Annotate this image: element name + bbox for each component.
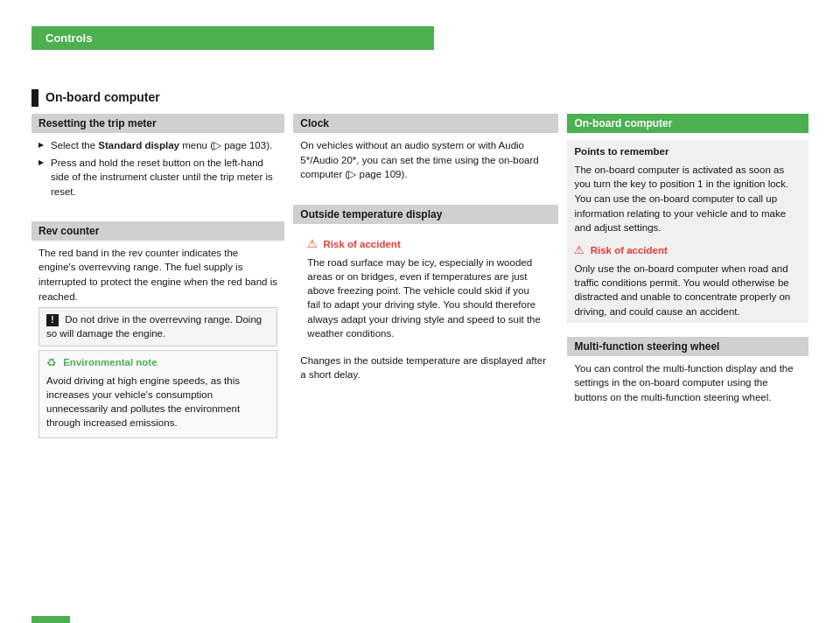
leaf-icon: ♻: [46, 356, 57, 369]
risk-text-mid: The road surface may be icy, especially …: [307, 256, 544, 340]
onboard-header: On-board computer: [567, 114, 808, 133]
page-number: 98: [32, 616, 70, 623]
risk-text-right: Only use the on-board computer when road…: [574, 262, 802, 318]
env-box: ♻ Environmental note Avoid driving at hi…: [38, 350, 277, 439]
multifunction-section: Multi-function steering wheel You can co…: [567, 337, 808, 414]
trip-step1-suffix: menu (▷ page 103).: [179, 140, 272, 150]
triangle-icon-mid: ⚠: [307, 237, 318, 250]
outside-temp-header: Outside temperature display: [293, 205, 558, 224]
trip-meter-section: Resetting the trip meter Select the Stan…: [32, 114, 284, 207]
env-title-row: ♻ Environmental note: [46, 355, 270, 371]
warning-box: ! Do not drive in the overrevving range.…: [38, 307, 277, 346]
left-column: Resetting the trip meter Select the Stan…: [32, 114, 284, 597]
content-area: Resetting the trip meter Select the Stan…: [32, 114, 808, 597]
env-text: Avoid driving at high engine speeds, as …: [46, 374, 270, 430]
mid-column: Clock On vehicles without an audio syste…: [293, 114, 558, 597]
multifunction-content: You can control the multi-function displ…: [567, 356, 808, 414]
trip-meter-content: Select the Standard display menu (▷ page…: [32, 133, 284, 207]
clock-section: Clock On vehicles without an audio syste…: [293, 114, 558, 191]
clock-content: On vehicles without an audio system or w…: [293, 133, 558, 191]
warning-text: Do not drive in the overrevving range. D…: [46, 314, 262, 339]
controls-label: Controls: [46, 32, 92, 45]
controls-header: Controls: [32, 26, 434, 50]
rev-counter-text: The red band in the rev counter indicate…: [38, 246, 277, 304]
rev-counter-header: Rev counter: [32, 221, 284, 241]
trip-meter-header: Resetting the trip meter: [32, 114, 284, 133]
rev-counter-section: Rev counter The red band in the rev coun…: [32, 221, 284, 444]
outside-temp-section: Outside temperature display ⚠ Risk of ac…: [293, 205, 558, 391]
risk-title-row-mid: ⚠ Risk of accident: [307, 236, 544, 252]
trip-step1-bold: Standard display: [98, 140, 179, 150]
main-section-title: On-board computer: [46, 90, 160, 104]
points-header: Points to remember: [574, 144, 802, 159]
multifunction-text: You can control the multi-function displ…: [574, 361, 802, 405]
outside-temp-content: ⚠ Risk of accident The road surface may …: [293, 224, 558, 391]
section-accent: [32, 89, 38, 107]
multifunction-header: Multi-function steering wheel: [567, 337, 808, 356]
changes-text: Changes in the outside temperature are d…: [300, 354, 551, 382]
points-text: The on-board computer is activated as so…: [574, 163, 802, 235]
clock-header: Clock: [293, 114, 558, 133]
risk-title-row-right: ⚠ Risk of accident: [574, 242, 802, 258]
trip-step-2: Press and hold the reset button on the l…: [38, 156, 277, 200]
risk-box-right: ⚠ Risk of accident Only use the on-board…: [574, 242, 802, 318]
clock-text: On vehicles without an audio system or w…: [300, 138, 551, 182]
risk-box-mid: ⚠ Risk of accident The road surface may …: [300, 232, 551, 348]
risk-title-right: Risk of accident: [591, 245, 668, 256]
warning-icon: !: [46, 314, 59, 326]
risk-title-mid: Risk of accident: [324, 239, 401, 249]
page-container: Controls On-board computer Resetting the…: [0, 26, 840, 623]
triangle-icon-right: ⚠: [574, 243, 584, 256]
trip-step1-prefix: Select the: [51, 140, 98, 150]
trip-step-1: Select the Standard display menu (▷ page…: [38, 138, 277, 153]
right-column: On-board computer Points to remember The…: [567, 114, 808, 597]
points-box: Points to remember The on-board computer…: [567, 140, 808, 323]
env-title: Environmental note: [63, 357, 157, 368]
rev-counter-content: The red band in the rev counter indicate…: [32, 241, 284, 444]
